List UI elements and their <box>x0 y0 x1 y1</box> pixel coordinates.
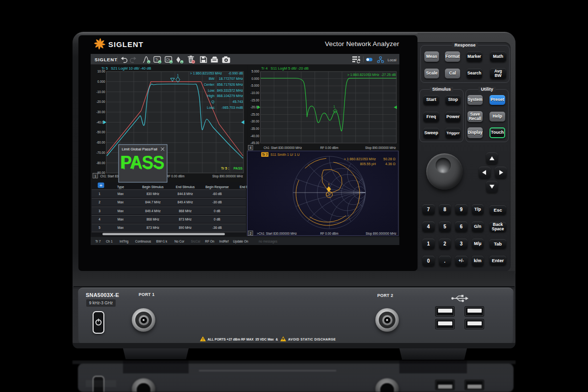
svg-text:Tr 4 S11 LogM 5 dB/ -20 dB: Tr 4 S11 LogM 5 dB/ -20 dB <box>261 66 309 71</box>
svg-text:Max: Max <box>118 192 124 196</box>
svg-text:-27.25 dB: -27.25 dB <box>381 73 396 76</box>
svg-text:Ch: Ch <box>166 58 171 61</box>
svg-text:0.000: 0.000 <box>251 77 259 80</box>
svg-text:+: + <box>170 61 172 64</box>
svg-text:18.772707 MHz: 18.772707 MHz <box>219 77 244 80</box>
svg-text:849.4 MHz: 849.4 MHz <box>145 209 160 213</box>
svg-text:868.104279 MHz: 868.104279 MHz <box>217 94 244 98</box>
svg-text:Center:: Center: <box>204 83 215 86</box>
svg-text:2: 2 <box>98 200 100 204</box>
svg-text:Loss:: Loss: <box>207 106 215 109</box>
svg-text:Ch 1: Ch 1 <box>106 240 113 243</box>
svg-text:RF On: RF On <box>205 240 215 243</box>
svg-text:3: 3 <box>98 209 100 213</box>
svg-text:+: + <box>159 61 160 64</box>
svg-text:-60.00: -60.00 <box>97 141 105 144</box>
svg-text:-80.00: -80.00 <box>97 161 105 165</box>
svg-text:SIGLENT: SIGLENT <box>95 57 118 62</box>
svg-text:868 MHz: 868 MHz <box>179 209 192 213</box>
svg-text:-30 dB: -30 dB <box>212 200 221 204</box>
svg-text:Tr 7: Tr 7 <box>262 153 268 156</box>
svg-text:ALL PORTS +27 dBm RF MAX 35 V: ALL PORTS +27 dBm RF MAX 35 VDC Max & <box>208 338 278 341</box>
svg-text:S11 Smith 1 U/ 1 U: S11 Smith 1 U/ 1 U <box>270 153 299 156</box>
svg-text:849.331572 MHz: 849.331572 MHz <box>217 89 244 92</box>
svg-text:Low:: Low: <box>208 89 215 92</box>
svg-text:-40.00: -40.00 <box>250 134 259 138</box>
svg-text:PASS: PASS <box>120 152 164 172</box>
svg-text:!: ! <box>202 337 204 342</box>
svg-text:4: 4 <box>98 218 100 221</box>
svg-text:873 MHz: 873 MHz <box>179 218 192 221</box>
svg-text:Ch1: Start 830.000000 MHz: Ch1: Start 830.000000 MHz <box>264 146 302 149</box>
svg-text:844.7 MHz: 844.7 MHz <box>145 200 160 204</box>
svg-text:-60 dB: -60 dB <box>212 192 221 196</box>
svg-text:Tr 5 S21 LogM 10 dB/ -40 dB: Tr 5 S21 LogM 10 dB/ -40 dB <box>101 66 151 71</box>
svg-text:Max: Max <box>118 218 124 221</box>
svg-text:Continuous: Continuous <box>135 240 151 243</box>
svg-text:873 MHz: 873 MHz <box>147 226 159 229</box>
svg-text:858.717926 MHz: 858.717926 MHz <box>217 83 244 86</box>
svg-text:Tr 7: Tr 7 <box>95 240 101 243</box>
svg-text:-50.00: -50.00 <box>97 130 105 134</box>
svg-text:890 MHz: 890 MHz <box>179 226 192 229</box>
svg-text:868 MHz: 868 MHz <box>147 218 159 221</box>
svg-text:>Ch1: Start 830.000000 MHz: >Ch1: Start 830.000000 MHz <box>257 232 297 235</box>
svg-text:-20.00: -20.00 <box>97 100 105 103</box>
svg-text:No Cor: No Cor <box>174 240 185 243</box>
svg-text:RF 0.00 dBm: RF 0.00 dBm <box>320 146 338 149</box>
svg-text:1: 1 <box>95 174 97 178</box>
svg-text:AVOID STATIC DISCHARGE: AVOID STATIC DISCHARGE <box>288 338 336 341</box>
svg-text:Begin Stimulus: Begin Stimulus <box>142 185 164 189</box>
svg-text:5: 5 <box>98 226 100 229</box>
svg-text:Update On: Update On <box>233 240 248 244</box>
svg-text:4: 4 <box>249 146 251 149</box>
svg-text:Type: Type <box>117 185 124 189</box>
svg-text:-15.00: -15.00 <box>250 98 259 102</box>
svg-text:SrcCal: SrcCal <box>191 240 200 243</box>
svg-text:Q:: Q: <box>212 100 215 104</box>
svg-text:-25.00: -25.00 <box>250 113 259 116</box>
svg-text:PASS: PASS <box>233 167 243 170</box>
svg-text:-70.00: -70.00 <box>97 151 105 154</box>
svg-text:-30.00: -30.00 <box>250 120 259 123</box>
svg-text:50.28 Ω: 50.28 Ω <box>383 157 395 161</box>
svg-text:Max: Max <box>118 200 124 204</box>
svg-text:+: + <box>181 61 182 64</box>
svg-text:Max: Max <box>118 226 124 229</box>
svg-text:830 MHz: 830 MHz <box>147 192 159 196</box>
svg-text:Stop 890.000000 MHz: Stop 890.000000 MHz <box>212 174 243 178</box>
svg-text:BW:: BW: <box>209 77 215 80</box>
svg-text:-36 dB: -36 dB <box>212 226 221 229</box>
svg-text:4.36 Ω: 4.36 Ω <box>385 162 395 166</box>
svg-text:Limit Global Pass/Fail: Limit Global Pass/Fail <box>122 147 158 151</box>
svg-text:844.8 MHz: 844.8 MHz <box>177 192 193 196</box>
svg-text:45.743: 45.743 <box>233 100 244 103</box>
svg-text:805.55 pH: 805.55 pH <box>360 162 376 166</box>
svg-text:0.000: 0.000 <box>98 80 105 83</box>
svg-text:Max: Max <box>118 209 124 213</box>
svg-text:-45.00: -45.00 <box>250 141 259 145</box>
svg-text:0 dB: 0 dB <box>214 209 220 213</box>
svg-text:Stop 890.000000 MHz: Stop 890.000000 MHz <box>366 232 396 236</box>
svg-text:1: 1 <box>333 105 335 108</box>
svg-text:> 1:860.821053 MHz: > 1:860.821053 MHz <box>347 73 380 76</box>
svg-text:RF 0.00 dBm: RF 0.00 dBm <box>320 232 338 235</box>
svg-text:-35.00: -35.00 <box>250 127 259 130</box>
svg-text:5.000: 5.000 <box>251 70 259 73</box>
svg-text:849.4 MHz: 849.4 MHz <box>177 200 193 204</box>
svg-text:2: 2 <box>249 232 251 235</box>
svg-text:1: 1 <box>177 74 179 77</box>
svg-text:-30.00: -30.00 <box>97 110 105 114</box>
svg-text:IntTrig: IntTrig <box>120 240 128 244</box>
svg-text:0 dB: 0 dB <box>214 218 220 221</box>
svg-text:-985.703 mdB: -985.703 mdB <box>221 106 243 109</box>
svg-text:High:: High: <box>207 94 215 98</box>
svg-text:+: + <box>148 61 149 64</box>
svg-text:Local: Local <box>388 58 396 62</box>
svg-text:> 1:860.821053 MHz: > 1:860.821053 MHz <box>190 72 222 75</box>
svg-text:+: + <box>99 183 102 188</box>
svg-text:Tr 5 :: Tr 5 : <box>221 167 229 170</box>
svg-text:> 1:860.821053 MHz: > 1:860.821053 MHz <box>344 157 376 161</box>
svg-text:BW=1 k: BW=1 k <box>156 240 168 243</box>
svg-text:End Stimulus: End Stimulus <box>176 185 195 189</box>
